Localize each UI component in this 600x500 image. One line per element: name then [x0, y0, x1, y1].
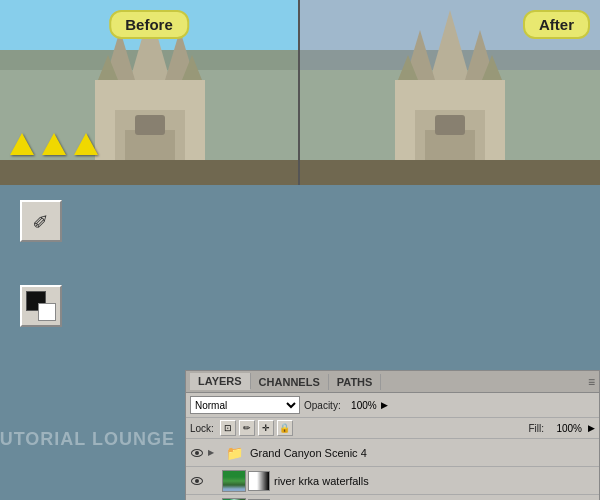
brush-icon: ✏ — [27, 207, 56, 236]
lock-icons: ⊡ ✏ ✛ 🔒 — [220, 420, 293, 436]
after-panel: After — [300, 0, 600, 185]
layer-thumbnail — [222, 470, 246, 492]
expand-icon[interactable]: ▶ — [208, 448, 220, 457]
svg-rect-25 — [300, 160, 600, 185]
color-swatch — [26, 291, 56, 321]
arrow-2 — [42, 133, 66, 155]
svg-rect-24 — [435, 115, 465, 135]
layer-mask-thumbnail — [248, 471, 270, 491]
opacity-arrow[interactable]: ▶ — [381, 400, 388, 410]
panel-menu-icon[interactable]: ≡ — [588, 375, 595, 389]
arrow-1 — [10, 133, 34, 155]
blend-mode-select[interactable]: Normal — [190, 396, 300, 414]
panel-tabs: LAYERS CHANNELS PATHS ≡ — [186, 371, 599, 393]
before-label: Before — [109, 10, 189, 39]
opacity-label: Opacity: — [304, 400, 341, 411]
layers-panel: LAYERS CHANNELS PATHS ≡ Normal Opacity: … — [185, 370, 600, 500]
watermark: TUTORIAL LOUNGE — [0, 429, 175, 450]
bottom-area: ✏ TUTORIAL LOUNGE LAYERS CHANNELS PATHS … — [0, 185, 600, 500]
layer-item[interactable]: river krka waterfalls — [186, 467, 599, 495]
before-arrows — [10, 133, 98, 155]
layer-item[interactable]: ▶ 📁 Grand Canyon Scenic 4 — [186, 439, 599, 467]
lock-position-btn[interactable]: ✛ — [258, 420, 274, 436]
arrow-3 — [74, 133, 98, 155]
layer-list[interactable]: ▶ 📁 Grand Canyon Scenic 4 river krka wat… — [186, 439, 599, 500]
lock-row: Lock: ⊡ ✏ ✛ 🔒 Fill: 100% ▶ — [186, 418, 599, 439]
svg-rect-11 — [135, 115, 165, 135]
svg-rect-12 — [0, 160, 300, 185]
layer-group-icon: 📁 — [222, 442, 246, 464]
tab-layers[interactable]: LAYERS — [190, 373, 251, 390]
tab-channels[interactable]: CHANNELS — [251, 374, 329, 390]
brush-tool[interactable]: ✏ — [20, 200, 62, 242]
opacity-value: 100% — [345, 400, 377, 411]
top-images-area: Before Af — [0, 0, 600, 185]
lock-transparent-btn[interactable]: ⊡ — [220, 420, 236, 436]
layer-visibility-toggle[interactable] — [188, 472, 206, 490]
layer-item[interactable]: water falls — [186, 495, 599, 500]
layer-name: Grand Canyon Scenic 4 — [248, 447, 597, 459]
fill-label: Fill: — [528, 423, 544, 434]
fill-arrow[interactable]: ▶ — [588, 423, 595, 433]
layer-name: river krka waterfalls — [272, 475, 597, 487]
before-panel: Before — [0, 0, 300, 185]
blend-mode-row: Normal Opacity: 100% ▶ — [186, 393, 599, 418]
layer-visibility-toggle[interactable] — [188, 444, 206, 462]
after-label: After — [523, 10, 590, 39]
tools-area: ✏ TUTORIAL LOUNGE — [0, 185, 185, 500]
background-color — [38, 303, 56, 321]
lock-label: Lock: — [190, 423, 214, 434]
color-swatch-tool[interactable] — [20, 285, 62, 327]
lock-image-btn[interactable]: ✏ — [239, 420, 255, 436]
lock-all-btn[interactable]: 🔒 — [277, 420, 293, 436]
fill-value: 100% — [550, 423, 582, 434]
tab-paths[interactable]: PATHS — [329, 374, 382, 390]
